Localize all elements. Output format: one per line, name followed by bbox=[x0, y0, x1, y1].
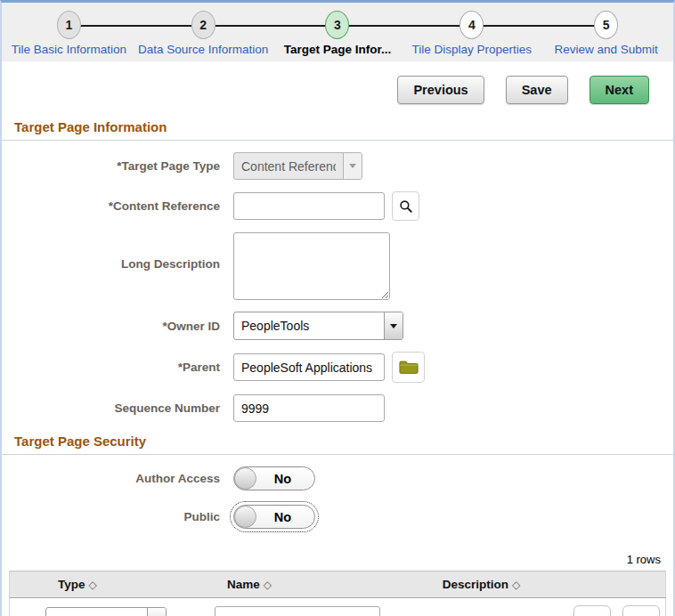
toggle-knob bbox=[234, 506, 256, 528]
long-description-label: Long Description bbox=[2, 232, 220, 271]
folder-icon bbox=[399, 360, 419, 375]
toggle-knob bbox=[234, 467, 256, 490]
wizard-step-bar: 1 Tile Basic Information 2 Data Source I… bbox=[2, 3, 673, 61]
section-title-target-page-security: Target Page Security bbox=[2, 434, 673, 455]
step-review-and-submit[interactable]: 5 Review and Submit bbox=[539, 11, 673, 56]
step-label-1[interactable]: Tile Basic Information bbox=[12, 43, 126, 56]
owner-id-select[interactable] bbox=[233, 312, 403, 340]
step-label-4[interactable]: Tile Display Properties bbox=[412, 43, 533, 56]
owner-id-value[interactable] bbox=[234, 312, 384, 339]
target-page-type-select bbox=[233, 152, 362, 180]
search-icon bbox=[399, 199, 413, 214]
author-access-toggle-value: No bbox=[256, 472, 314, 486]
chevron-down-icon[interactable] bbox=[384, 312, 403, 339]
column-header-description[interactable]: Description◇ bbox=[397, 578, 565, 591]
step-tile-basic-information[interactable]: 1 Tile Basic Information bbox=[2, 11, 136, 56]
step-circle-4[interactable]: 4 bbox=[459, 11, 484, 39]
permission-grid: 1 rows Type◇ Name◇ Description◇ 1 bbox=[9, 540, 666, 616]
sort-icon: ◇ bbox=[512, 579, 520, 591]
delete-row-button[interactable]: − bbox=[622, 605, 660, 616]
previous-button[interactable]: Previous bbox=[397, 76, 484, 104]
column-header-type[interactable]: Type◇ bbox=[45, 578, 215, 591]
permission-type-select[interactable] bbox=[45, 607, 167, 616]
content-reference-label: *Content Reference bbox=[2, 199, 220, 213]
section-title-target-page-information: Target Page Information bbox=[2, 119, 673, 141]
target-page-information-form: *Target Page Type *Content Reference Lon… bbox=[2, 141, 673, 422]
public-toggle[interactable]: No bbox=[233, 505, 315, 529]
save-button[interactable]: Save bbox=[506, 76, 568, 104]
step-target-page-information[interactable]: 3 Target Page Infor... bbox=[271, 11, 405, 56]
parent-label: *Parent bbox=[2, 361, 220, 374]
column-header-type-label: Type bbox=[58, 578, 85, 591]
step-label-2[interactable]: Data Source Information bbox=[138, 43, 268, 56]
content-reference-lookup-button[interactable] bbox=[392, 191, 419, 221]
column-header-name[interactable]: Name◇ bbox=[215, 578, 397, 591]
long-description-textarea[interactable] bbox=[233, 232, 390, 300]
target-page-type-label: *Target Page Type bbox=[2, 159, 220, 173]
column-header-name-label: Name bbox=[227, 578, 260, 591]
step-circle-2[interactable]: 2 bbox=[191, 11, 216, 39]
parent-input[interactable] bbox=[233, 353, 385, 381]
target-page-type-value bbox=[234, 153, 343, 179]
author-access-label: Author Access bbox=[2, 472, 220, 485]
public-toggle-value: No bbox=[256, 510, 314, 524]
step-tile-display-properties[interactable]: 4 Tile Display Properties bbox=[404, 11, 539, 56]
step-circle-3[interactable]: 3 bbox=[325, 11, 349, 39]
target-page-security-form: Author Access No Public No bbox=[2, 455, 673, 529]
permission-name-input[interactable] bbox=[215, 606, 380, 616]
step-label-3: Target Page Infor... bbox=[284, 43, 392, 56]
next-button[interactable]: Next bbox=[590, 76, 649, 104]
content-reference-input[interactable] bbox=[233, 192, 385, 220]
table-row: 1 + − bbox=[9, 598, 666, 616]
chevron-down-icon bbox=[343, 153, 362, 179]
sort-icon: ◇ bbox=[264, 579, 272, 591]
owner-id-label: *Owner ID bbox=[2, 320, 220, 333]
parent-folder-lookup-button[interactable] bbox=[392, 352, 425, 383]
sequence-number-input[interactable] bbox=[233, 394, 385, 422]
grid-header: Type◇ Name◇ Description◇ bbox=[9, 571, 666, 598]
step-data-source-information[interactable]: 2 Data Source Information bbox=[136, 11, 271, 56]
row-count: 1 rows bbox=[9, 540, 666, 571]
author-access-toggle[interactable]: No bbox=[233, 466, 315, 490]
public-label: Public bbox=[2, 510, 220, 523]
wizard-toolbar: Previous Save Next bbox=[2, 61, 673, 104]
sequence-number-label: Sequence Number bbox=[2, 401, 220, 415]
plus-icon: + bbox=[587, 612, 598, 616]
step-label-5[interactable]: Review and Submit bbox=[554, 43, 657, 56]
permission-type-value[interactable] bbox=[46, 608, 147, 616]
step-circle-1[interactable]: 1 bbox=[57, 11, 81, 39]
column-header-description-label: Description bbox=[443, 578, 508, 591]
sort-icon: ◇ bbox=[89, 579, 97, 591]
chevron-down-icon[interactable] bbox=[147, 608, 166, 616]
minus-icon: − bbox=[636, 612, 647, 616]
add-row-button[interactable]: + bbox=[573, 605, 611, 616]
step-circle-5[interactable]: 5 bbox=[594, 11, 618, 39]
